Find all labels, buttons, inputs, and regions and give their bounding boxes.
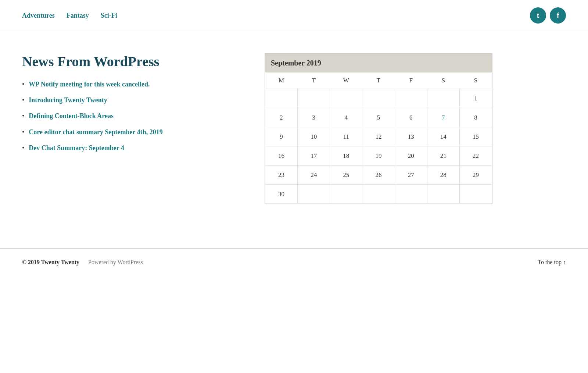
calendar-row: 2345678 <box>265 108 492 127</box>
site-footer: © 2019 Twenty Twenty Powered by WordPres… <box>0 248 588 276</box>
calendar-day[interactable]: 25 <box>330 166 362 185</box>
calendar-row: 16171819202122 <box>265 146 492 166</box>
calendar-day[interactable]: 23 <box>265 166 298 185</box>
calendar-day[interactable]: 20 <box>395 146 427 166</box>
calendar-day <box>395 89 427 108</box>
calendar-day-header: F <box>395 72 427 89</box>
calendar-day-header: T <box>298 72 330 89</box>
calendar-table: MTWTFSS 12345678910111213141516171819202… <box>265 72 492 204</box>
calendar-day <box>427 185 459 204</box>
twitter-link[interactable]: t <box>530 7 546 24</box>
calendar-body: 1234567891011121314151617181920212223242… <box>265 89 492 204</box>
calendar-day[interactable]: 26 <box>362 166 395 185</box>
calendar-day-header: S <box>459 72 492 89</box>
nav-links: AdventuresFantasySci-Fi <box>22 12 117 19</box>
calendar-day-header: T <box>362 72 395 89</box>
calendar-header-row: MTWTFSS <box>265 72 492 89</box>
calendar-day[interactable]: 22 <box>459 146 492 166</box>
to-top-link[interactable]: To the top ↑ <box>538 259 566 266</box>
calendar-day[interactable]: 2 <box>265 108 298 127</box>
calendar-day-header: W <box>330 72 362 89</box>
calendar-day[interactable]: 14 <box>427 127 459 146</box>
calendar-day[interactable]: 7 <box>427 108 459 127</box>
calendar-day <box>330 185 362 204</box>
calendar-day[interactable]: 13 <box>395 127 427 146</box>
news-list-item: Defining Content-Block Areas <box>22 111 243 121</box>
calendar-day[interactable]: 17 <box>298 146 330 166</box>
calendar-title: September 2019 <box>265 54 492 72</box>
calendar-day[interactable]: 24 <box>298 166 330 185</box>
nav-link[interactable]: Adventures <box>22 12 55 19</box>
calendar-day <box>362 185 395 204</box>
calendar-day-link[interactable]: 7 <box>442 114 445 121</box>
calendar-day-header: M <box>265 72 298 89</box>
calendar-widget: September 2019 MTWTFSS 12345678910111213… <box>265 53 492 204</box>
calendar-day[interactable]: 5 <box>362 108 395 127</box>
calendar-day[interactable]: 27 <box>395 166 427 185</box>
news-list-item: Introducing Twenty Twenty <box>22 96 243 105</box>
main-content: News From WordPress WP Notify meeting fo… <box>0 31 514 226</box>
news-link[interactable]: Defining Content-Block Areas <box>29 111 114 121</box>
news-link[interactable]: Introducing Twenty Twenty <box>29 96 107 105</box>
calendar-day[interactable]: 15 <box>459 127 492 146</box>
calendar-day[interactable]: 12 <box>362 127 395 146</box>
news-list-item: WP Notify meeting for this week cancelle… <box>22 80 243 89</box>
calendar-day[interactable]: 11 <box>330 127 362 146</box>
calendar-row: 9101112131415 <box>265 127 492 146</box>
news-link[interactable]: Dev Chat Summary: September 4 <box>29 143 124 153</box>
footer-powered: Powered by WordPress <box>88 259 143 266</box>
right-column: September 2019 MTWTFSS 12345678910111213… <box>265 53 492 204</box>
calendar-row: 30 <box>265 185 492 204</box>
calendar-row: 1 <box>265 89 492 108</box>
calendar-day[interactable]: 21 <box>427 146 459 166</box>
calendar-day[interactable]: 18 <box>330 146 362 166</box>
calendar-day <box>427 89 459 108</box>
news-link[interactable]: Core editor chat summary September 4th, … <box>29 128 162 137</box>
calendar-day[interactable]: 28 <box>427 166 459 185</box>
calendar-day-header: S <box>427 72 459 89</box>
news-list-item: Dev Chat Summary: September 4 <box>22 143 243 153</box>
calendar-row: 23242526272829 <box>265 166 492 185</box>
footer-copyright: © 2019 Twenty Twenty <box>22 259 79 266</box>
news-title: News From WordPress <box>22 53 243 70</box>
calendar-day <box>395 185 427 204</box>
calendar-header: MTWTFSS <box>265 72 492 89</box>
news-link[interactable]: WP Notify meeting for this week cancelle… <box>29 80 150 89</box>
main-nav: AdventuresFantasySci-Fi <box>22 12 117 19</box>
calendar-day[interactable]: 30 <box>265 185 298 204</box>
calendar-day <box>459 185 492 204</box>
calendar-day[interactable]: 10 <box>298 127 330 146</box>
news-list: WP Notify meeting for this week cancelle… <box>22 80 243 153</box>
calendar-day[interactable]: 8 <box>459 108 492 127</box>
facebook-link[interactable]: f <box>550 7 566 24</box>
calendar-day[interactable]: 4 <box>330 108 362 127</box>
social-icons: t f <box>530 7 566 24</box>
calendar-day <box>362 89 395 108</box>
calendar-day[interactable]: 6 <box>395 108 427 127</box>
left-column: News From WordPress WP Notify meeting fo… <box>22 53 243 204</box>
calendar-day[interactable]: 29 <box>459 166 492 185</box>
calendar-day <box>298 185 330 204</box>
news-list-item: Core editor chat summary September 4th, … <box>22 128 243 137</box>
calendar-day <box>265 89 298 108</box>
calendar-day[interactable]: 19 <box>362 146 395 166</box>
nav-link[interactable]: Sci-Fi <box>101 12 117 19</box>
calendar-day <box>330 89 362 108</box>
nav-link[interactable]: Fantasy <box>67 12 89 19</box>
footer-left: © 2019 Twenty Twenty Powered by WordPres… <box>22 259 143 266</box>
calendar-day[interactable]: 16 <box>265 146 298 166</box>
site-header: AdventuresFantasySci-Fi t f <box>0 0 588 31</box>
calendar-day[interactable]: 1 <box>459 89 492 108</box>
calendar-day[interactable]: 9 <box>265 127 298 146</box>
calendar-day[interactable]: 3 <box>298 108 330 127</box>
calendar-day <box>298 89 330 108</box>
